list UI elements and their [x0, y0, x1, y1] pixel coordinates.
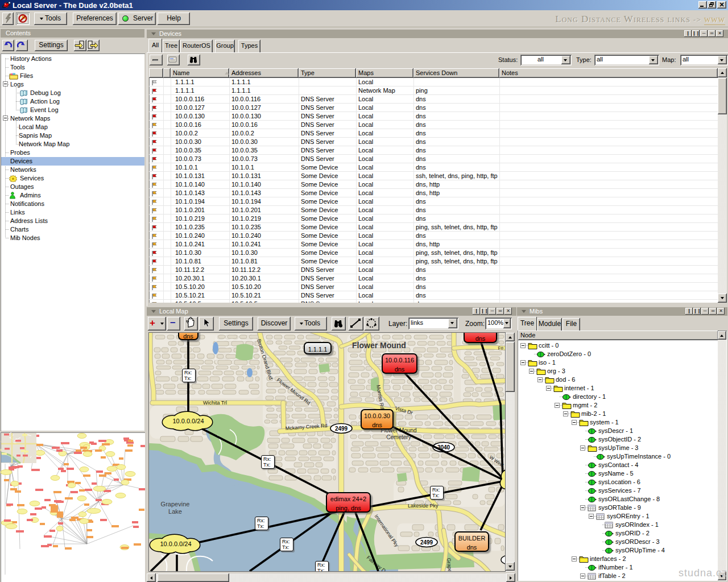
svg-text:10.0.0.0/24: 10.0.0.0/24: [172, 418, 204, 424]
svg-text:10.0.0.0/24: 10.0.0.0/24: [160, 540, 191, 547]
